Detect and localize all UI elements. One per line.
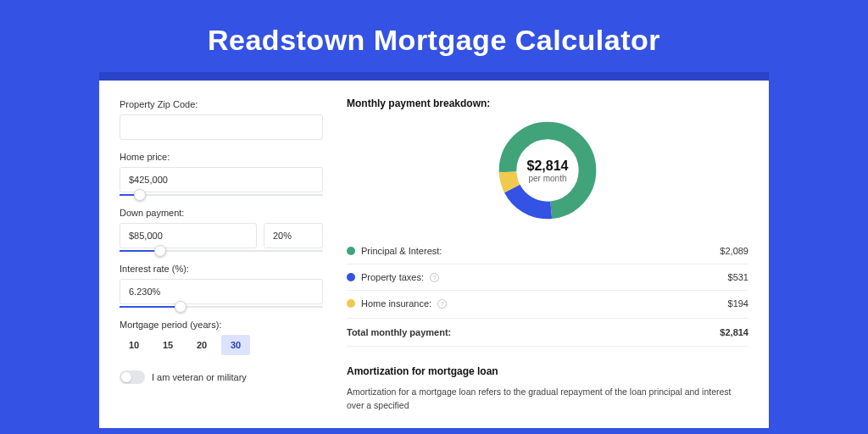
breakdown-item-value: $531 bbox=[728, 272, 748, 282]
breakdown-title: Monthly payment breakdown: bbox=[347, 97, 748, 109]
interest-input[interactable] bbox=[120, 279, 323, 304]
breakdown-item: Principal & Interest:$2,089 bbox=[347, 238, 748, 264]
total-value: $2,814 bbox=[720, 327, 748, 337]
down-payment-pct-input[interactable] bbox=[264, 223, 323, 248]
home-price-slider[interactable] bbox=[120, 194, 323, 196]
total-row: Total monthly payment: $2,814 bbox=[347, 318, 748, 347]
period-option-20[interactable]: 20 bbox=[187, 335, 216, 355]
interest-slider-thumb[interactable] bbox=[175, 301, 186, 313]
interest-label: Interest rate (%): bbox=[120, 264, 323, 274]
breakdown-item-label: Home insurance: bbox=[361, 298, 431, 309]
down-payment-slider-thumb[interactable] bbox=[154, 245, 166, 257]
breakdown-item-value: $2,089 bbox=[720, 246, 748, 256]
period-option-10[interactable]: 10 bbox=[120, 335, 148, 355]
total-label: Total monthly payment: bbox=[347, 327, 451, 337]
period-block: Mortgage period (years): 10152030 bbox=[120, 320, 323, 355]
down-payment-input[interactable] bbox=[120, 223, 257, 248]
amortization-text: Amortization for a mortgage loan refers … bbox=[347, 386, 748, 413]
info-icon[interactable]: ? bbox=[430, 273, 439, 282]
interest-block: Interest rate (%): bbox=[120, 264, 323, 308]
donut-center-sub: per month bbox=[528, 174, 566, 183]
legend-dot-icon bbox=[347, 247, 355, 255]
breakdown-item-value: $194 bbox=[728, 298, 748, 309]
legend-dot-icon bbox=[347, 299, 355, 308]
amortization-title: Amortization for mortgage loan bbox=[347, 365, 748, 377]
donut-chart-wrap: $2,814 per month bbox=[347, 118, 748, 223]
calculator-card: Property Zip Code: Home price: Down paym… bbox=[99, 72, 769, 428]
breakdown-list: Principal & Interest:$2,089Property taxe… bbox=[347, 238, 748, 316]
breakdown-item-label: Principal & Interest: bbox=[361, 246, 442, 256]
veteran-toggle[interactable] bbox=[120, 370, 145, 384]
veteran-label: I am veteran or military bbox=[152, 372, 247, 382]
period-option-15[interactable]: 15 bbox=[153, 335, 182, 355]
period-option-30[interactable]: 30 bbox=[221, 335, 250, 355]
home-price-block: Home price: bbox=[120, 152, 323, 196]
zip-block: Property Zip Code: bbox=[120, 99, 323, 140]
donut-center-value: $2,814 bbox=[527, 159, 569, 174]
interest-slider[interactable] bbox=[120, 306, 323, 308]
zip-input[interactable] bbox=[120, 114, 323, 140]
info-icon[interactable]: ? bbox=[437, 299, 447, 309]
inputs-column: Property Zip Code: Home price: Down paym… bbox=[120, 97, 323, 428]
down-payment-label: Down payment: bbox=[120, 208, 323, 218]
breakdown-column: Monthly payment breakdown: $2,814 per mo… bbox=[347, 97, 748, 428]
period-label: Mortgage period (years): bbox=[120, 320, 323, 330]
home-price-slider-thumb[interactable] bbox=[134, 189, 146, 201]
legend-dot-icon bbox=[347, 273, 355, 281]
breakdown-item: Property taxes:?$531 bbox=[347, 264, 748, 291]
zip-label: Property Zip Code: bbox=[120, 99, 323, 109]
donut-center: $2,814 per month bbox=[495, 118, 600, 223]
breakdown-item-label: Property taxes: bbox=[361, 272, 424, 282]
breakdown-item: Home insurance:?$194 bbox=[347, 291, 748, 316]
veteran-row: I am veteran or military bbox=[120, 370, 323, 384]
home-price-label: Home price: bbox=[120, 152, 323, 162]
down-payment-block: Down payment: bbox=[120, 208, 323, 252]
donut-chart: $2,814 per month bbox=[495, 118, 600, 223]
home-price-input[interactable] bbox=[120, 167, 323, 192]
page-title: Readstown Mortgage Calculator bbox=[0, 0, 868, 72]
down-payment-slider[interactable] bbox=[120, 250, 323, 252]
period-options: 10152030 bbox=[120, 335, 323, 355]
